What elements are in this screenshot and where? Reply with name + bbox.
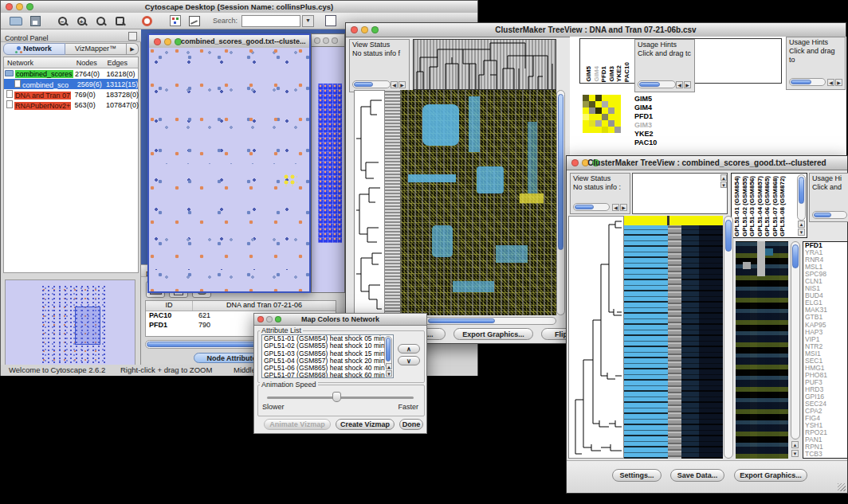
main-title-bar[interactable]: Cytoscape Desktop (Session Name: collins… <box>1 1 477 14</box>
scroll-right-icon[interactable]: ▶ <box>684 81 691 88</box>
cyan-cluster-blob <box>422 104 459 146</box>
tv1-usage2-scrollbar[interactable] <box>789 78 826 86</box>
scroll-right-icon[interactable]: ▶ <box>398 81 406 88</box>
tv2-save-data-button[interactable]: Save Data... <box>670 469 724 482</box>
main-window-title: Cytoscape Desktop (Session Name: collins… <box>1 2 477 11</box>
scroll-down-icon[interactable]: ▼ <box>386 370 392 377</box>
tv1-column-dendrogram[interactable] <box>413 39 556 90</box>
tab-vizmapper[interactable]: VizMapper™ <box>65 43 127 55</box>
network-table-header[interactable]: Network Nodes Edges <box>4 57 138 68</box>
scroll-up-icon[interactable]: ▲ <box>386 363 392 369</box>
column-header-id[interactable]: ID <box>146 301 193 311</box>
tv2-labels-vscrollbar[interactable] <box>797 174 806 221</box>
slower-label: Slower <box>262 403 285 411</box>
tv2-genelist-scrollbar[interactable] <box>791 241 800 440</box>
tv1-column-labels: GIM5GIM4PFD1GIM3YKE2PAC10 <box>585 62 630 82</box>
column-header-attr[interactable]: DNA and Tran 07-21-06 <box>193 301 336 311</box>
list-item: GPL51-08 (GSM872) <box>779 176 787 236</box>
done-button[interactable]: Done <box>399 419 423 430</box>
tv2-column-labels: GPL51-01 (GSM854)GPL51-02 (GSM855)GPL51-… <box>733 176 787 236</box>
scroll-up-icon[interactable]: ▲ <box>798 221 805 228</box>
resize-grip-icon[interactable] <box>838 483 846 491</box>
network-canvas[interactable] <box>149 48 309 291</box>
network-row-dna-tran[interactable]: DNA and Tran 07 769(0) 183728(0) <box>4 89 138 100</box>
open-file-icon[interactable] <box>7 14 25 29</box>
tv1-status-scrollbar[interactable] <box>352 80 391 88</box>
scroll-left-icon[interactable]: ◀ <box>827 79 834 86</box>
zoom-window-icon[interactable] <box>332 37 338 44</box>
background-network-window[interactable] <box>311 33 345 293</box>
map-colors-dialog[interactable]: Map Colors to Network Attribute List GPL… <box>253 313 427 434</box>
tv1-usage-scrollbar[interactable] <box>638 80 676 88</box>
matrix-cell <box>614 120 621 127</box>
faster-label: Faster <box>398 403 418 411</box>
birds-eye-view[interactable] <box>5 279 135 367</box>
scroll-down-icon[interactable]: ▼ <box>791 450 799 457</box>
tv1-heatmap[interactable] <box>400 90 556 315</box>
tv1-row-dendrogram[interactable] <box>354 90 385 315</box>
speed-slider-thumb[interactable] <box>332 392 341 402</box>
network-row-selected[interactable]: combined_sco 2569(6) 13112(15) <box>4 79 138 89</box>
zoom-in-icon[interactable]: + <box>73 14 90 29</box>
zoom-selected-icon[interactable] <box>92 14 109 29</box>
create-vizmap-button[interactable]: Create Vizmap <box>336 419 395 430</box>
minimize-icon[interactable] <box>323 37 329 44</box>
birds-eye-viewport-rect[interactable] <box>75 307 100 345</box>
status-hint-zoom: Right-click + drag to ZOOM <box>120 365 212 375</box>
tv2-heatmap-vscrollbar[interactable] <box>724 216 733 459</box>
tab-network[interactable]: Network <box>3 43 65 55</box>
treeview-window-combined-scores[interactable]: ClusterMaker TreeView : combined_scores_… <box>566 155 848 494</box>
scroll-up-icon[interactable]: ▲ <box>791 441 799 448</box>
animate-vizmap-button[interactable]: Animate Vizmap <box>264 419 331 430</box>
search-input[interactable] <box>241 15 300 27</box>
network-row-rnapuber[interactable]: RNAPuberNov2+ 563(0) 107847(0) <box>4 100 138 110</box>
scroll-right-icon[interactable]: ▶ <box>835 79 842 86</box>
float-panel-icon[interactable] <box>128 32 137 41</box>
save-icon[interactable] <box>26 14 44 29</box>
tv2-zoom-heatmap[interactable] <box>736 241 788 459</box>
tv1-heatmap-vscrollbar[interactable] <box>556 90 565 315</box>
usage-hints-text: Click and drag to <box>789 47 835 64</box>
annotation-icon[interactable] <box>186 14 203 29</box>
scroll-down-icon[interactable]: ▼ <box>720 182 727 188</box>
network-row-combined-scores[interactable]: combined_scores 2764(0) 16218(0) <box>4 68 138 79</box>
close-icon[interactable] <box>314 37 320 44</box>
yellow-node-cluster[interactable] <box>283 174 297 186</box>
tv2-export-graphics-button[interactable]: Export Graphics... <box>734 469 807 482</box>
gray-cell-block <box>743 262 751 269</box>
scroll-left-icon[interactable]: ◀ <box>612 204 619 211</box>
zoom-out-icon[interactable]: − <box>53 14 71 29</box>
tv2-heatmap[interactable] <box>624 216 723 459</box>
vizmapper-icon[interactable] <box>167 14 184 29</box>
network-view-window[interactable]: combined_scores_good.txt--cluste... <box>147 33 311 293</box>
tv2-settings-button[interactable]: Settings... <box>612 469 662 482</box>
table-edit-icon[interactable] <box>322 14 340 29</box>
tv1-view-status-panel: View Status No status info f ◀ ▶ <box>349 39 410 92</box>
scroll-down-icon[interactable]: ▼ <box>798 229 805 236</box>
minimize-icon[interactable] <box>164 38 171 45</box>
matrix-cell <box>589 95 595 101</box>
list-item: GPL51-07 (GSM868) <box>771 176 779 236</box>
matrix-cell <box>614 95 621 101</box>
tab-overflow-button[interactable]: ▶ <box>127 43 139 55</box>
list-item: GPL51-02 (GSM855) <box>741 176 749 236</box>
move-down-button[interactable]: ∨ <box>398 356 420 365</box>
scroll-right-icon[interactable]: ▶ <box>620 204 627 211</box>
move-up-button[interactable]: ∧ <box>398 344 420 354</box>
tv1-export-graphics-button[interactable]: Export Graphics... <box>453 328 533 340</box>
close-icon[interactable] <box>154 38 161 45</box>
search-dropdown-button[interactable]: ▼ <box>302 15 314 27</box>
scroll-left-icon[interactable]: ◀ <box>676 81 683 88</box>
tv2-usage-scrollbar[interactable] <box>812 211 847 219</box>
attribute-listbox[interactable]: GPL51-01 (GSM854) heat shock 05 minGPL51… <box>261 334 394 378</box>
scroll-up-icon[interactable]: ▲ <box>720 174 727 181</box>
zoom-fit-icon[interactable] <box>111 14 128 29</box>
scroll-left-icon[interactable]: ◀ <box>391 81 398 88</box>
help-ring-icon[interactable] <box>138 14 155 29</box>
tv2-column-labels-box: GPL51-01 (GSM854)GPL51-02 (GSM855)GPL51-… <box>731 173 807 238</box>
list-item[interactable]: GPL51-07 (GSM868) heat shock 60 min <box>262 372 393 378</box>
tv2-row-dendrogram[interactable] <box>568 216 624 459</box>
tv1-correlation-matrix[interactable] <box>583 95 621 133</box>
list-item: PAC10 <box>634 139 685 147</box>
tv2-status-scrollbar[interactable] <box>573 203 610 211</box>
